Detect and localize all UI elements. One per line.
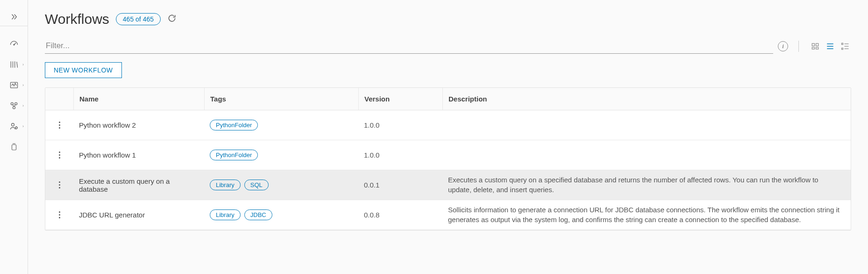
sidebar-item-activity[interactable]: › — [0, 75, 28, 95]
info-icon[interactable]: i — [778, 41, 788, 51]
kebab-icon — [59, 211, 60, 218]
tree-icon — [840, 42, 850, 50]
tag[interactable]: Library — [210, 209, 241, 220]
column-description[interactable]: Description — [442, 88, 851, 110]
chevron-right-icon: › — [22, 124, 24, 129]
view-grid-button[interactable] — [809, 41, 821, 51]
svg-point-6 — [15, 127, 17, 129]
tag[interactable]: Library — [210, 180, 241, 190]
chevron-double-right-icon — [10, 13, 18, 21]
cell-tags: LibrarySQL — [204, 180, 358, 190]
sidebar: › › › › — [0, 0, 28, 274]
table-row[interactable]: Python workflow 1PythonFolder1.0.0 — [45, 140, 851, 170]
divider — [798, 41, 799, 52]
cell-version: 1.0.0 — [358, 121, 442, 129]
jar-icon — [10, 142, 18, 151]
workflows-table: Name Tags Version Description Python wor… — [45, 87, 851, 231]
column-tags[interactable]: Tags — [204, 88, 358, 110]
svg-rect-8 — [812, 43, 814, 46]
tag[interactable]: JDBC — [244, 209, 272, 220]
column-version[interactable]: Version — [358, 88, 442, 110]
count-badge: 465 of 465 — [116, 13, 161, 25]
table-row[interactable]: Python workflow 2PythonFolder1.0.0 — [45, 110, 851, 140]
kebab-icon — [59, 151, 60, 159]
row-actions-button[interactable] — [45, 181, 73, 188]
kebab-icon — [59, 122, 60, 129]
cell-description: Executes a custom query on a specified d… — [442, 175, 851, 195]
table-header: Name Tags Version Description — [45, 88, 851, 110]
sidebar-item-storage[interactable] — [0, 137, 28, 157]
cell-tags: LibraryJDBC — [204, 209, 358, 220]
cell-description: Sollicits information to generate a conn… — [442, 205, 851, 224]
filter-input[interactable] — [45, 38, 773, 54]
chevron-right-icon: › — [22, 103, 24, 108]
sidebar-item-admin[interactable]: › — [0, 116, 28, 137]
sidebar-item-inventory[interactable]: › — [0, 95, 28, 116]
svg-rect-15 — [842, 43, 843, 44]
library-icon — [9, 60, 19, 69]
column-name[interactable]: Name — [73, 88, 204, 110]
kebab-icon — [59, 181, 60, 188]
cell-tags: PythonFolder — [204, 150, 358, 160]
svg-point-5 — [11, 123, 14, 126]
user-gear-icon — [9, 122, 19, 131]
cell-version: 0.0.1 — [358, 181, 442, 189]
page-title: Workflows — [45, 11, 109, 27]
cell-name: Execute a custom query on a database — [73, 177, 204, 193]
activity-icon — [9, 80, 19, 90]
cell-tags: PythonFolder — [204, 120, 358, 130]
table-row[interactable]: Execute a custom query on a databaseLibr… — [45, 170, 851, 200]
chevron-right-icon: › — [22, 62, 24, 67]
tag[interactable]: SQL — [244, 180, 269, 190]
chevron-right-icon: › — [22, 83, 24, 87]
gauge-icon — [9, 39, 19, 49]
view-list-button[interactable] — [824, 41, 836, 51]
tag[interactable]: PythonFolder — [210, 120, 258, 130]
list-icon — [825, 42, 835, 50]
svg-point-0 — [14, 44, 14, 45]
svg-point-4 — [13, 107, 15, 109]
cell-name: Python workflow 2 — [73, 121, 204, 129]
svg-rect-9 — [816, 43, 818, 46]
cell-name: JDBC URL generator — [73, 211, 204, 219]
main-content: Workflows 465 of 465 i NEW WORKFLOW Name… — [28, 0, 868, 274]
page-header: Workflows 465 of 465 — [45, 11, 851, 27]
filter-row: i — [45, 38, 851, 54]
cell-name: Python workflow 1 — [73, 151, 204, 159]
cell-version: 1.0.0 — [358, 151, 442, 159]
svg-rect-16 — [842, 48, 843, 49]
refresh-icon — [167, 14, 177, 23]
grid-icon — [811, 42, 820, 50]
svg-rect-11 — [816, 47, 818, 49]
row-actions-button[interactable] — [45, 151, 73, 159]
refresh-button[interactable] — [167, 14, 177, 25]
table-row[interactable]: JDBC URL generatorLibraryJDBC0.0.8Sollic… — [45, 200, 851, 230]
nodes-icon — [9, 101, 19, 110]
row-actions-button[interactable] — [45, 211, 73, 218]
svg-rect-7 — [12, 145, 16, 150]
sidebar-item-library[interactable]: › — [0, 54, 28, 75]
view-toggles — [809, 41, 851, 51]
sidebar-item-dashboard[interactable] — [0, 34, 28, 54]
tag[interactable]: PythonFolder — [210, 150, 258, 160]
row-actions-button[interactable] — [45, 122, 73, 129]
cell-version: 0.0.8 — [358, 211, 442, 219]
view-tree-button[interactable] — [839, 41, 851, 51]
sidebar-expand-toggle[interactable] — [0, 7, 28, 26]
new-workflow-button[interactable]: NEW WORKFLOW — [45, 62, 122, 78]
svg-rect-10 — [812, 47, 814, 49]
